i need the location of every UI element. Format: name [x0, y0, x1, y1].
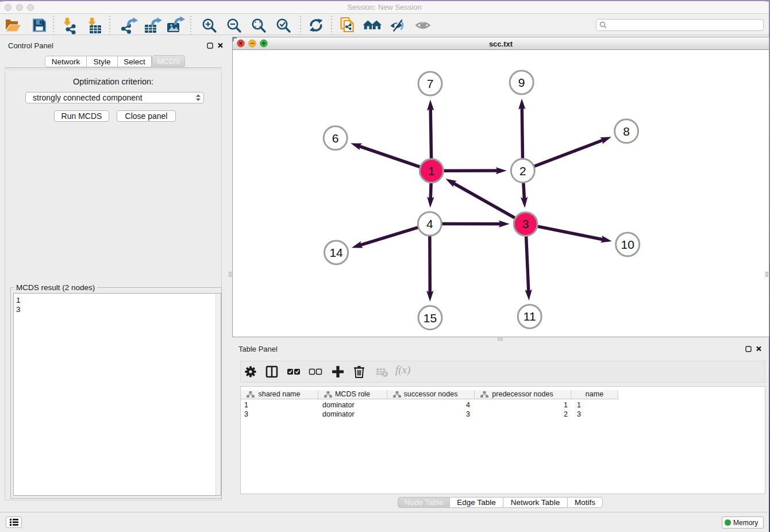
svg-text:14: 14	[329, 246, 343, 259]
svg-text:9: 9	[518, 76, 525, 89]
svg-text:8: 8	[623, 125, 630, 138]
svg-text:15: 15	[424, 311, 437, 325]
svg-text:7: 7	[427, 77, 434, 90]
svg-text:1: 1	[428, 164, 435, 178]
svg-text:3: 3	[522, 217, 529, 230]
svg-text:4: 4	[426, 217, 433, 230]
svg-text:6: 6	[332, 132, 339, 145]
svg-text:2: 2	[519, 164, 526, 178]
svg-text:10: 10	[621, 238, 634, 251]
svg-text:11: 11	[523, 310, 536, 323]
